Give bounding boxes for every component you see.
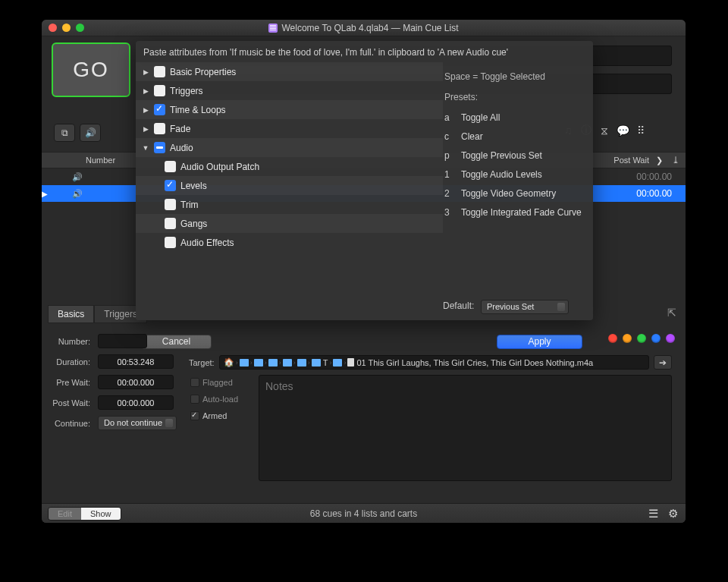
preset-label: Toggle Video Geometry: [461, 188, 556, 199]
preset-label: Toggle Integrated Fade Curve: [461, 207, 582, 218]
disclosure-icon[interactable]: ▶: [142, 125, 149, 133]
file-icon: [347, 358, 354, 367]
checkbox[interactable]: [154, 85, 165, 96]
inspector-tabs: Basics Triggers: [48, 305, 147, 323]
checkbox[interactable]: [154, 66, 165, 77]
preset-key: a: [444, 112, 461, 123]
folder-icon: [297, 359, 306, 367]
checkbox[interactable]: [165, 199, 176, 210]
grid-icon[interactable]: ⠿: [634, 124, 648, 137]
tree-item-levels[interactable]: Levels: [136, 176, 443, 195]
folder-icon: [268, 359, 278, 367]
preset-item[interactable]: 2Toggle Video Geometry: [444, 184, 585, 203]
preset-item[interactable]: pToggle Previous Set: [444, 146, 585, 165]
preset-label: Clear: [461, 131, 483, 142]
label-target: Target:: [189, 358, 215, 367]
preset-item[interactable]: aToggle All: [444, 108, 585, 127]
preset-label: Toggle Previous Set: [461, 150, 542, 161]
folder-icon: [333, 359, 342, 367]
tree-item-audio-effects[interactable]: Audio Effects: [136, 233, 443, 252]
label-flagged: Flagged: [202, 378, 233, 387]
autoload-checkbox[interactable]: [190, 395, 199, 404]
audio-cue-icon: 🔊: [72, 189, 83, 199]
armed-checkbox[interactable]: [190, 411, 199, 420]
chat-icon[interactable]: 💬: [616, 124, 629, 137]
checkbox[interactable]: [165, 180, 176, 191]
download-icon: ⤓: [672, 155, 679, 165]
attribute-tree: ▶ Basic Properties ▶ Triggers ▶ Time & L…: [136, 62, 443, 288]
disclosure-icon[interactable]: ▶: [142, 68, 149, 76]
go-button[interactable]: GO: [52, 42, 130, 97]
tree-item-gangs[interactable]: Gangs: [136, 214, 443, 233]
checkbox[interactable]: [154, 123, 165, 134]
tree-item-basic-properties[interactable]: ▶ Basic Properties: [136, 62, 443, 81]
help-presets-label: Presets:: [444, 87, 585, 106]
disclosure-icon[interactable]: ▶: [142, 87, 149, 95]
playhead-icon: ▶: [42, 190, 48, 198]
main-content: GO ⧉ 🔊 ♫ ⓘ ⧖ 💬 ⠿ Number Post Wait ❯ ⤓ 🔊 …: [42, 36, 686, 523]
preset-label: Toggle Audio Levels: [461, 169, 542, 180]
tree-item-trim[interactable]: Trim: [136, 195, 443, 214]
postwait-field[interactable]: 00:00.000: [98, 395, 174, 410]
checkbox[interactable]: [165, 237, 176, 248]
tree-item-fade[interactable]: ▶ Fade: [136, 119, 443, 138]
target-row: Target: 🏠› › › › › › T› › 01 This Girl L…: [189, 355, 672, 370]
number-field[interactable]: [98, 334, 147, 348]
status-text: 68 cues in 4 lists and carts: [42, 508, 686, 519]
popout-icon[interactable]: ⇱: [667, 307, 676, 319]
default-preset-select[interactable]: Previous Set: [481, 300, 569, 314]
tree-item-triggers[interactable]: ▶ Triggers: [136, 81, 443, 100]
flags-column: Flagged Auto-load Armed: [190, 378, 238, 428]
checkbox[interactable]: [154, 104, 165, 115]
duration-field[interactable]: 00:53.248: [98, 354, 174, 369]
column-number[interactable]: Number: [86, 156, 115, 165]
bottom-bar: Edit Show 68 cues in 4 lists and carts ☰…: [42, 503, 686, 523]
label-duration: Duration:: [48, 357, 90, 367]
preset-item[interactable]: 1Toggle Audio Levels: [444, 165, 585, 184]
preset-key: 2: [444, 188, 461, 199]
gear-icon[interactable]: ⚙: [668, 507, 678, 521]
disclosure-icon[interactable]: ▶: [142, 106, 149, 114]
folder-icon: [254, 359, 263, 367]
label-default: Default:: [443, 300, 474, 311]
tree-item-time-loops[interactable]: ▶ Time & Loops: [136, 100, 443, 119]
continue-select[interactable]: Do not continue: [98, 416, 177, 430]
folder-icon: [283, 359, 292, 367]
tree-label: Fade: [170, 124, 190, 134]
titlebar: Welcome To QLab 4.qlab4 — Main Cue List: [42, 20, 686, 36]
checkbox[interactable]: [165, 218, 176, 229]
timer-icon[interactable]: ⧖: [598, 124, 611, 137]
preset-key: 3: [444, 207, 461, 218]
preset-key: p: [444, 150, 461, 161]
preset-help: Space = Toggle Selected Presets: aToggle…: [443, 62, 593, 288]
preset-item[interactable]: cClear: [444, 127, 585, 146]
chevron-right-icon: ❯: [656, 156, 663, 165]
popover-title: Paste attributes from 'If music be the f…: [136, 41, 593, 62]
target-breadcrumb[interactable]: 🏠› › › › › › T› › 01 This Girl Laughs, T…: [219, 355, 649, 370]
tree-label: Audio Effects: [180, 238, 234, 248]
tree-label: Time & Loops: [170, 105, 226, 115]
checkbox[interactable]: [165, 161, 176, 172]
checkbox-mixed[interactable]: [154, 142, 165, 153]
tree-label: Basic Properties: [170, 67, 236, 77]
tree-item-audio[interactable]: ▼ Audio: [136, 138, 443, 157]
tree-label: Audio: [170, 143, 193, 153]
column-post-wait[interactable]: Post Wait: [613, 156, 649, 165]
tree-label: Triggers: [170, 86, 203, 96]
label-autoload: Auto-load: [202, 395, 238, 404]
preset-item[interactable]: 3Toggle Integrated Fade Curve: [444, 203, 585, 222]
list-view-icon[interactable]: ☰: [648, 507, 658, 521]
tab-basics[interactable]: Basics: [48, 305, 94, 323]
tree-item-audio-output-patch[interactable]: Audio Output Patch: [136, 157, 443, 176]
stack-icon[interactable]: ⧉: [54, 124, 75, 142]
disclosure-icon[interactable]: ▼: [142, 144, 149, 152]
cue-list-toolbar: ⧉ 🔊: [54, 124, 101, 142]
prewait-field[interactable]: 00:00.000: [98, 375, 174, 389]
speaker-icon[interactable]: 🔊: [80, 124, 101, 142]
flagged-checkbox[interactable]: [190, 378, 199, 387]
label-number: Number:: [48, 337, 90, 346]
preset-label: Toggle All: [461, 112, 500, 123]
reveal-target-button[interactable]: ➔: [654, 355, 672, 370]
tree-label: Trim: [180, 200, 199, 210]
notes-textarea[interactable]: Notes: [259, 375, 672, 481]
